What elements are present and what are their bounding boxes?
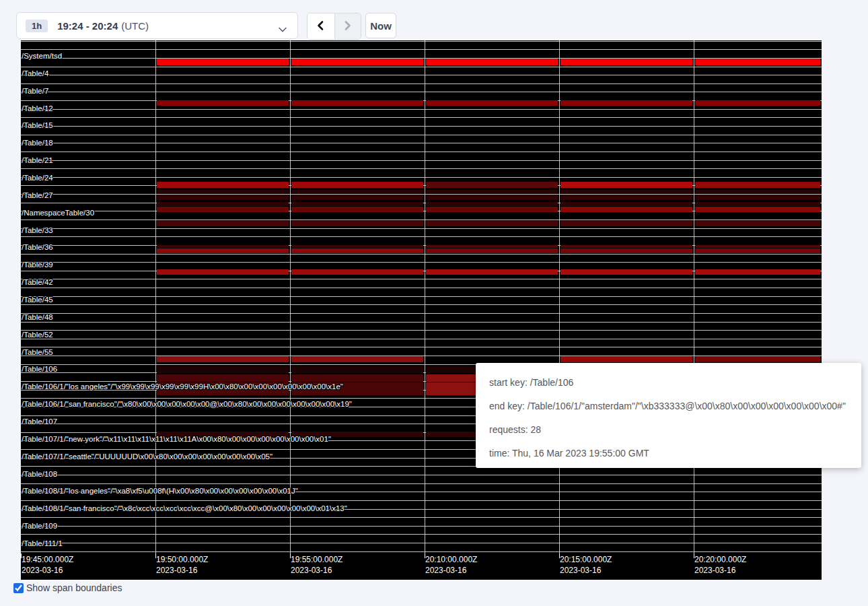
heat-band[interactable]: [291, 190, 423, 194]
span-boundary-line: [21, 500, 822, 501]
heat-band[interactable]: [157, 221, 289, 226]
span-key-label: /NamespaceTable/30: [22, 209, 94, 217]
span-key-label: /Table/108/1/"san francisco"/"\x8c\xcc\x…: [22, 504, 347, 512]
heat-band[interactable]: [426, 190, 558, 194]
heat-band[interactable]: [695, 356, 820, 362]
span-boundary-line: [21, 483, 822, 484]
heat-band[interactable]: [695, 202, 820, 206]
span-boundary-line: [21, 143, 822, 143]
span-key-label: /Table/12: [22, 104, 53, 112]
span-key-label: /Table/108/1/"los angeles"/"\xa8\xf5\u00…: [22, 487, 298, 495]
heat-band[interactable]: [426, 202, 558, 206]
heat-band[interactable]: [157, 182, 289, 189]
span-boundary-line: [21, 313, 822, 314]
next-time-button[interactable]: [334, 13, 361, 39]
heat-band[interactable]: [291, 182, 423, 189]
time-nav-group: [307, 13, 361, 40]
heat-band[interactable]: [157, 59, 289, 65]
span-boundary-line: [21, 330, 822, 331]
heat-band[interactable]: [426, 59, 558, 65]
heatmap-tooltip: start key: /Table/106 end key: /Table/10…: [476, 363, 861, 468]
heat-band[interactable]: [426, 269, 558, 275]
span-boundary-line: [21, 109, 822, 110]
heat-band[interactable]: [157, 202, 289, 206]
prev-time-button[interactable]: [308, 13, 334, 39]
span-key-label: /Table/24: [22, 174, 53, 182]
span-boundary-line: [21, 534, 822, 535]
axis-time-label: 19:55:00.000Z: [291, 555, 342, 564]
heat-band[interactable]: [560, 245, 692, 248]
time-range-selector[interactable]: 1h 19:24 - 20:24 (UTC): [16, 12, 298, 39]
heat-band[interactable]: [695, 245, 820, 248]
heat-band[interactable]: [291, 202, 423, 206]
heat-band[interactable]: [560, 248, 692, 253]
span-key-label: /Table/36: [22, 243, 53, 251]
heat-band[interactable]: [157, 374, 289, 382]
show-span-boundaries-checkbox[interactable]: [13, 583, 24, 593]
span-boundary-line: [21, 288, 822, 288]
heat-band[interactable]: [157, 100, 289, 106]
heat-band[interactable]: [291, 248, 423, 253]
heat-band[interactable]: [291, 207, 423, 212]
heat-band[interactable]: [695, 59, 820, 65]
span-key-label: /Table/109: [22, 522, 57, 530]
span-boundary-line: [21, 177, 822, 178]
heat-band[interactable]: [695, 207, 820, 212]
footer: Show span boundaries: [13, 582, 122, 593]
heat-band[interactable]: [157, 366, 289, 374]
span-boundary-line: [21, 92, 822, 92]
heat-band[interactable]: [291, 269, 423, 275]
heat-band[interactable]: [157, 195, 289, 201]
heat-band[interactable]: [695, 195, 820, 201]
axis-date-label: 2023-03-16: [291, 566, 332, 575]
heat-band[interactable]: [157, 190, 289, 194]
heat-band[interactable]: [157, 207, 289, 212]
heat-band[interactable]: [291, 100, 423, 106]
heat-band[interactable]: [291, 245, 423, 248]
heat-band[interactable]: [695, 248, 820, 253]
heat-band[interactable]: [426, 245, 558, 248]
heat-band[interactable]: [560, 59, 692, 65]
heat-band[interactable]: [426, 182, 558, 189]
span-key-label: /Table/39: [22, 261, 53, 269]
heat-band[interactable]: [291, 221, 423, 226]
heat-band[interactable]: [560, 356, 692, 362]
heat-band[interactable]: [291, 59, 423, 65]
span-boundary-line: [21, 279, 822, 279]
heat-band[interactable]: [291, 356, 423, 362]
axis-date-label: 2023-03-16: [22, 566, 63, 575]
heat-band[interactable]: [560, 182, 692, 189]
span-boundary-line: [21, 551, 822, 552]
key-visualizer-heatmap[interactable]: /System/tsd/Table/4/Table/7/Table/12/Tab…: [21, 40, 822, 580]
heat-band[interactable]: [560, 202, 692, 206]
span-key-label: /Table/21: [22, 156, 53, 164]
heat-band[interactable]: [426, 100, 558, 106]
heat-band[interactable]: [426, 248, 558, 253]
heat-band[interactable]: [157, 245, 289, 248]
heat-band[interactable]: [291, 366, 423, 374]
heat-band[interactable]: [291, 374, 423, 382]
heat-band[interactable]: [560, 190, 692, 194]
span-boundary-line: [21, 41, 822, 42]
heat-band[interactable]: [695, 182, 820, 189]
heat-band[interactable]: [695, 190, 820, 194]
heat-band[interactable]: [560, 269, 692, 275]
heat-band[interactable]: [291, 195, 423, 201]
heat-band[interactable]: [426, 207, 558, 212]
heat-band[interactable]: [426, 221, 558, 226]
heat-band[interactable]: [560, 195, 692, 201]
heat-band[interactable]: [695, 100, 820, 106]
time-bucket-line: [559, 40, 560, 553]
heat-band[interactable]: [560, 221, 692, 226]
now-button[interactable]: Now: [365, 13, 396, 38]
axis-time-label: 20:15:00.000Z: [560, 555, 612, 564]
heat-band[interactable]: [560, 100, 692, 106]
heat-band[interactable]: [426, 195, 558, 201]
heat-band[interactable]: [695, 221, 820, 226]
heat-band[interactable]: [157, 269, 289, 275]
heat-band[interactable]: [157, 248, 289, 253]
heat-band[interactable]: [560, 207, 692, 212]
tooltip-requests: requests: 28: [489, 418, 861, 442]
heat-band[interactable]: [695, 269, 820, 275]
heat-band[interactable]: [157, 356, 289, 362]
